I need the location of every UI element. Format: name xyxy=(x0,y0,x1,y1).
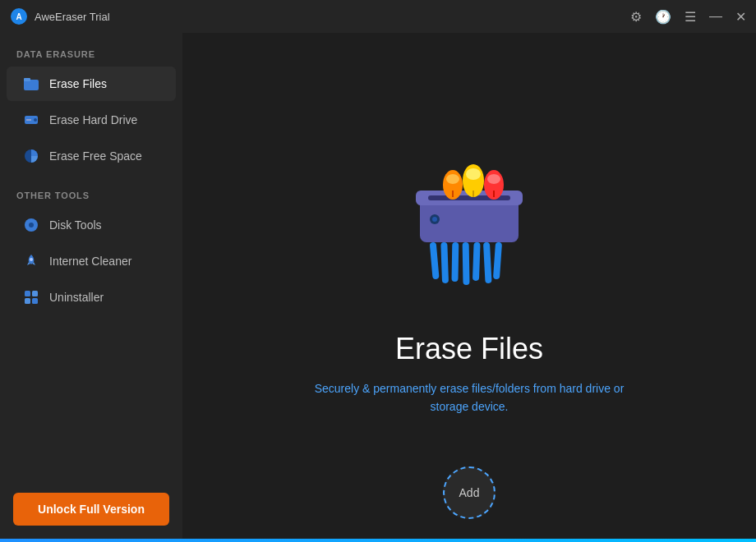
svg-rect-30 xyxy=(463,242,470,285)
svg-point-21 xyxy=(466,168,481,180)
svg-rect-14 xyxy=(32,298,38,304)
svg-rect-11 xyxy=(25,291,30,296)
pie-chart-icon xyxy=(23,148,39,164)
sidebar-item-uninstaller-label: Uninstaller xyxy=(49,291,104,304)
svg-point-5 xyxy=(34,118,37,122)
sidebar-item-disk-tools-label: Disk Tools xyxy=(49,218,102,232)
description-prefix: Securely & permanently erase files/folde… xyxy=(315,382,560,395)
accent-bar xyxy=(0,539,756,542)
app-logo-icon: A xyxy=(10,7,28,25)
content-title: Erase Files xyxy=(395,332,543,366)
add-button-label: Add xyxy=(459,486,480,499)
svg-rect-31 xyxy=(472,241,481,280)
sidebar-item-erase-hard-drive-label: Erase Hard Drive xyxy=(49,113,137,126)
app-title: AweEraser Trial xyxy=(35,11,110,23)
svg-rect-12 xyxy=(32,291,38,296)
svg-rect-29 xyxy=(451,242,459,282)
sidebar-item-internet-cleaner-label: Internet Cleaner xyxy=(49,255,131,268)
main-layout: DATA ERASURE Erase Files Erase Hard Driv… xyxy=(0,33,756,539)
svg-rect-13 xyxy=(25,298,30,304)
svg-rect-32 xyxy=(483,241,492,282)
svg-point-35 xyxy=(432,217,437,222)
settings-icon[interactable]: ⚙ xyxy=(630,9,642,25)
titlebar-controls: ⚙ 🕐 ☰ — ✕ xyxy=(630,9,746,25)
svg-rect-27 xyxy=(430,241,440,279)
titlebar-left: A AweEraser Trial xyxy=(10,7,110,25)
add-button[interactable]: Add xyxy=(443,466,496,519)
hard-drive-icon xyxy=(23,112,39,128)
unlock-full-version-button[interactable]: Unlock Full Version xyxy=(13,493,169,526)
rocket-icon xyxy=(23,253,39,269)
content-area: Erase Files Securely & permanently erase… xyxy=(182,33,756,539)
folder-icon xyxy=(23,76,39,92)
sidebar-item-erase-free-space-label: Erase Free Space xyxy=(49,149,142,163)
sidebar-item-internet-cleaner[interactable]: Internet Cleaner xyxy=(7,244,176,278)
sidebar-item-erase-files[interactable]: Erase Files xyxy=(7,67,176,101)
add-button-container: Add xyxy=(182,466,756,519)
sidebar-item-erase-files-label: Erase Files xyxy=(49,77,107,90)
svg-rect-28 xyxy=(440,241,449,282)
disk-icon xyxy=(23,217,39,233)
content-description: Securely & permanently erase files/folde… xyxy=(305,379,634,416)
svg-point-23 xyxy=(487,174,500,184)
svg-rect-33 xyxy=(493,241,502,278)
description-link: hard drive xyxy=(560,382,611,395)
menu-icon[interactable]: ☰ xyxy=(685,9,696,25)
sidebar-item-erase-hard-drive[interactable]: Erase Hard Drive xyxy=(7,103,176,137)
svg-point-19 xyxy=(446,174,459,184)
other-tools-label: OTHER TOOLS xyxy=(0,174,182,207)
history-icon[interactable]: 🕐 xyxy=(655,9,671,25)
minimize-icon[interactable]: — xyxy=(709,9,722,24)
svg-point-10 xyxy=(30,258,33,261)
grid-icon xyxy=(23,289,39,305)
shredder-svg xyxy=(379,123,560,304)
svg-text:A: A xyxy=(16,12,21,21)
svg-rect-3 xyxy=(24,78,30,81)
sidebar-item-disk-tools[interactable]: Disk Tools xyxy=(7,208,176,242)
close-icon[interactable]: ✕ xyxy=(735,9,746,25)
svg-point-9 xyxy=(29,223,34,227)
shredder-illustration xyxy=(379,123,560,307)
sidebar-item-uninstaller[interactable]: Uninstaller xyxy=(7,280,176,315)
data-erasure-label: DATA ERASURE xyxy=(0,33,182,66)
sidebar: DATA ERASURE Erase Files Erase Hard Driv… xyxy=(0,33,182,539)
sidebar-bottom: Unlock Full Version xyxy=(0,480,182,539)
sidebar-item-erase-free-space[interactable]: Erase Free Space xyxy=(7,139,176,173)
titlebar: A AweEraser Trial ⚙ 🕐 ☰ — ✕ xyxy=(0,0,756,33)
